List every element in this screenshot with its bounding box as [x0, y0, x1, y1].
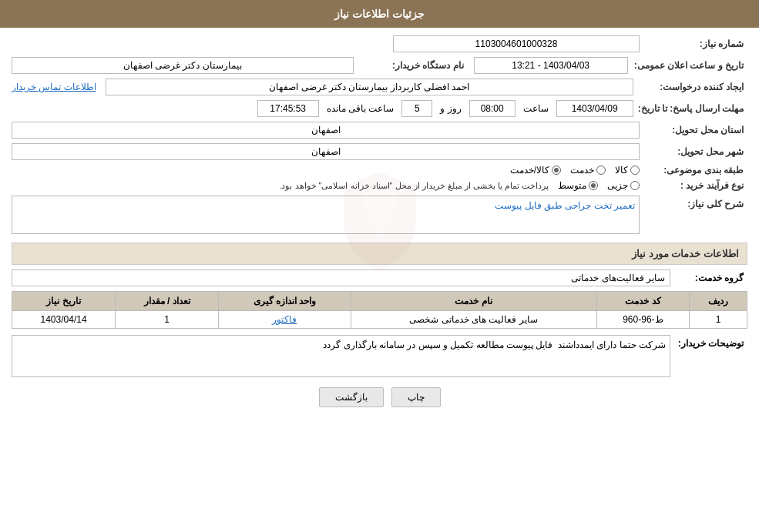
- back-button[interactable]: بازگشت: [319, 387, 384, 407]
- cell-service-code: ط-96-960: [596, 311, 690, 329]
- page-title: جزئیات اطلاعات نیاز: [334, 8, 425, 20]
- buyer-notes-label: توضیحات خریدار:: [670, 335, 747, 349]
- process-radio-motevasset: [589, 181, 598, 190]
- description-section-label: شرح کلی نیاز:: [640, 196, 747, 209]
- col-service-name: نام خدمت: [351, 292, 596, 311]
- services-table: ردیف کد خدمت نام خدمت واحد اندازه گیری ت…: [12, 291, 747, 329]
- deadline-row: مهلت ارسال پاسخ: تا تاریخ: 1403/04/09 سا…: [12, 100, 747, 117]
- cell-service-name: سایر فعالیت های خدماتی شخصی: [351, 311, 596, 329]
- city-value: اصفهان: [12, 143, 640, 160]
- cell-unit[interactable]: فاکتور: [219, 311, 351, 329]
- service-group-row: گروه خدمت: سایر فعالیت‌های خدماتی: [12, 269, 747, 286]
- deadline-days: 5: [401, 100, 432, 117]
- description-row: شرح کلی نیاز: document.addEventListener(…: [12, 196, 747, 236]
- col-service-code: کد خدمت: [596, 292, 690, 311]
- category-options: کالا خدمت کالا/خدمت: [12, 165, 640, 176]
- table-body: 1 ط-96-960 سایر فعالیت های خدماتی شخصی ف…: [12, 311, 747, 329]
- buyer-announce-row: تاریخ و ساعت اعلان عمومی: 1403/04/03 - 1…: [12, 57, 747, 74]
- process-option-jozee[interactable]: جزیی: [607, 180, 640, 191]
- need-number-row: شماره نیاز: 1103004601000328: [12, 35, 747, 52]
- category-label: طبقه بندی موضوعی:: [640, 165, 747, 176]
- main-outer: شماره نیاز: 1103004601000328 تاریخ و ساع…: [12, 35, 747, 407]
- category-kala-label: کالا: [615, 165, 628, 176]
- province-value: اصفهان: [12, 122, 640, 139]
- city-label: شهر محل تحویل:: [640, 146, 747, 157]
- service-group-label: گروه خدمت:: [670, 273, 747, 283]
- category-radio-khedmat: [596, 166, 606, 175]
- need-number-value: 1103004601000328: [393, 35, 640, 52]
- process-motevasset-label: متوسط: [558, 180, 586, 191]
- category-kala-khedmat-label: کالا/خدمت: [510, 165, 549, 176]
- col-unit: واحد اندازه گیری: [219, 292, 351, 311]
- category-option-khedmat[interactable]: خدمت: [570, 165, 606, 176]
- announce-date-value: 1403/04/03 - 13:21: [474, 57, 628, 74]
- table-header: ردیف کد خدمت نام خدمت واحد اندازه گیری ت…: [12, 292, 747, 311]
- process-label: نوع فرآیند خرید :: [640, 180, 747, 191]
- deadline-label: مهلت ارسال پاسخ: تا تاریخ:: [638, 103, 747, 114]
- creator-label: ایجاد کننده درخواست:: [640, 82, 747, 92]
- category-option-kala[interactable]: کالا: [615, 165, 640, 176]
- announce-date-label: تاریخ و ساعت اعلان عمومی:: [634, 60, 747, 71]
- services-section-title: اطلاعات خدمات مورد نیاز: [12, 243, 747, 265]
- deadline-time: 08:00: [469, 100, 516, 117]
- buyer-org-value: بیمارستان دکتر غرضی اصفهان: [12, 57, 354, 74]
- category-radio-kala: [630, 166, 640, 175]
- category-radio-kala-khedmat: [552, 166, 561, 175]
- col-date: تاریخ نیاز: [12, 292, 116, 311]
- contact-link[interactable]: اطلاعات تماس خریدار: [12, 82, 96, 92]
- page-header: جزئیات اطلاعات نیاز: [0, 0, 759, 28]
- cell-row-num: 1: [690, 311, 747, 329]
- buyer-notes-section: توضیحات خریدار:: [12, 335, 747, 380]
- process-row: نوع فرآیند خرید : جزیی متوسط پرداخت تمام…: [12, 180, 747, 191]
- description-textarea[interactable]: [12, 196, 640, 234]
- creator-value: احمد افضلی کاربرداز بیمارستان دکتر غرضی …: [106, 79, 633, 95]
- col-quantity: تعداد / مقدار: [116, 292, 219, 311]
- deadline-days-label: روز و: [437, 103, 464, 114]
- creator-row: ایجاد کننده درخواست: احمد افضلی کاربرداز…: [12, 79, 747, 95]
- process-options: جزیی متوسط پرداخت تمام یا بخشی از مبلغ خ…: [12, 180, 640, 191]
- province-row: استان محل تحویل: اصفهان: [12, 122, 747, 139]
- buyer-org-label: نام دستگاه خریدار:: [360, 60, 468, 71]
- process-jozee-label: جزیی: [607, 180, 628, 191]
- col-row-num: ردیف: [690, 292, 747, 311]
- buttons-row: چاپ بازگشت: [12, 387, 747, 407]
- category-khedmat-label: خدمت: [570, 165, 594, 176]
- deadline-time-label: ساعت: [520, 103, 552, 114]
- cell-date: 1403/04/14: [12, 311, 116, 329]
- deadline-remaining: 17:45:53: [257, 100, 319, 117]
- need-number-label: شماره نیاز:: [640, 38, 747, 49]
- process-radio-jozee: [630, 181, 640, 190]
- deadline-remaining-label: ساعت باقی مانده: [324, 103, 398, 114]
- print-button[interactable]: چاپ: [391, 387, 441, 407]
- city-row: شهر محل تحویل: اصفهان: [12, 143, 747, 160]
- process-note: پرداخت تمام یا بخشی از مبلغ خریدار از مح…: [279, 181, 549, 191]
- page-wrapper: جزئیات اطلاعات نیاز شماره نیاز: 11030046…: [0, 0, 759, 532]
- category-option-kala-khedmat[interactable]: کالا/خدمت: [510, 165, 561, 176]
- process-option-motevasset[interactable]: متوسط: [558, 180, 598, 191]
- deadline-date: 1403/04/09: [556, 100, 633, 117]
- province-label: استان محل تحویل:: [640, 125, 747, 136]
- buyer-notes-textarea[interactable]: [12, 335, 670, 377]
- content-area: شماره نیاز: 1103004601000328 تاریخ و ساع…: [0, 28, 759, 423]
- table-row: 1 ط-96-960 سایر فعالیت های خدماتی شخصی ف…: [12, 311, 747, 329]
- category-row: طبقه بندی موضوعی: کالا خدمت کالا/خدمت: [12, 165, 747, 176]
- cell-quantity: 1: [116, 311, 219, 329]
- service-group-value: سایر فعالیت‌های خدماتی: [12, 269, 670, 286]
